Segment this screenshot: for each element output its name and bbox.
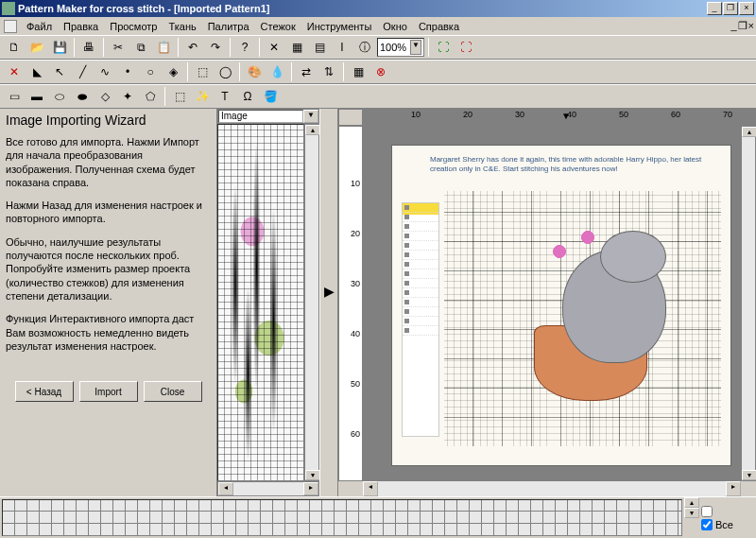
palette-vscroll[interactable]: ▴ ▾ <box>684 497 699 538</box>
image-content <box>218 125 303 480</box>
doc-close-button[interactable]: × <box>748 20 754 32</box>
scroll-up-icon[interactable]: ▴ <box>305 125 320 135</box>
french-knot-icon[interactable]: • <box>117 61 138 82</box>
minimize-button[interactable]: _ <box>707 2 722 15</box>
color-icon[interactable]: 🎨 <box>244 61 265 82</box>
window-buttons: _ ❐ × <box>707 2 754 15</box>
zoom-dropdown-icon[interactable]: ▼ <box>410 40 421 55</box>
scroll-track[interactable] <box>742 137 755 470</box>
grid2-icon[interactable]: ▤ <box>309 37 330 58</box>
all-label: Все <box>715 519 733 530</box>
lasso-icon[interactable]: ◯ <box>215 61 235 82</box>
maximize-button[interactable]: ❐ <box>723 2 738 15</box>
menu-edit[interactable]: Правка <box>58 19 104 34</box>
eyedropper-icon[interactable]: 💧 <box>266 61 287 82</box>
scroll-up-icon[interactable]: ▴ <box>742 127 756 137</box>
scroll-down-icon[interactable]: ▾ <box>684 508 699 518</box>
gridtoggle-icon[interactable]: ▦ <box>348 61 369 82</box>
menu-stitch[interactable]: Стежок <box>255 19 301 34</box>
error-icon[interactable]: ⊗ <box>370 61 391 82</box>
scroll-left-icon[interactable]: ◂ <box>363 481 378 496</box>
select-icon[interactable]: ⬚ <box>192 61 213 82</box>
app-icon <box>2 2 15 15</box>
menu-fabric[interactable]: Ткань <box>163 19 201 34</box>
pattern-vscroll[interactable]: ▴ ▾ <box>741 126 756 481</box>
menu-palette[interactable]: Палитра <box>202 19 255 34</box>
color-palette[interactable] <box>2 499 682 536</box>
menu-tools[interactable]: Инструменты <box>301 19 378 34</box>
scroll-down-icon[interactable]: ▾ <box>305 470 320 480</box>
scroll-right-icon[interactable]: ▸ <box>726 481 741 496</box>
text-icon[interactable]: I <box>332 37 352 58</box>
menu-file[interactable]: Файл <box>21 19 58 34</box>
open-icon[interactable]: 📂 <box>26 37 47 58</box>
mirror-h-icon[interactable]: ⇄ <box>296 61 317 82</box>
document-icon <box>4 20 17 33</box>
wizard-para-1: Все готово для импорта. Нажми Импорт для… <box>6 135 211 189</box>
redo-icon[interactable]: ↷ <box>205 37 226 58</box>
cut-icon[interactable]: ✂ <box>108 37 129 58</box>
new-icon[interactable]: 🗋 <box>4 37 25 58</box>
fullscreen-icon[interactable]: ⛶ <box>455 37 476 58</box>
mirror-v-icon[interactable]: ⇅ <box>318 61 339 82</box>
scroll-track[interactable] <box>305 135 318 470</box>
line-icon[interactable]: ╱ <box>72 61 93 82</box>
close-button[interactable]: × <box>739 2 754 15</box>
halfstitch-icon[interactable]: ◣ <box>26 61 47 82</box>
bead-icon[interactable]: ○ <box>140 61 161 82</box>
pointer-icon[interactable]: ↖ <box>49 61 70 82</box>
image-vscroll[interactable]: ▴ ▾ <box>304 124 319 481</box>
diamond-icon[interactable]: ◇ <box>94 86 115 107</box>
import-button[interactable]: Import <box>79 381 138 402</box>
undo-icon[interactable]: ↶ <box>182 37 203 58</box>
image-label: Image <box>218 110 303 123</box>
save-icon[interactable]: 💾 <box>49 37 70 58</box>
xstitch-icon[interactable]: ✕ <box>4 61 25 82</box>
scroll-track[interactable] <box>378 481 726 496</box>
rect-icon[interactable]: ▭ <box>4 86 25 107</box>
scroll-down-icon[interactable]: ▾ <box>742 470 756 480</box>
doc-minimize-button[interactable]: _ <box>730 20 736 32</box>
pattern-canvas[interactable]: Margaret Sherry has done it again, this … <box>363 126 741 481</box>
marquee-icon[interactable]: ⬚ <box>169 86 190 107</box>
scroll-up-icon[interactable]: ▴ <box>684 497 699 508</box>
cross-icon[interactable]: ✕ <box>264 37 284 58</box>
ellipse-icon[interactable]: ⬭ <box>49 86 70 107</box>
special-icon[interactable]: ◈ <box>163 61 183 82</box>
fillrect-icon[interactable]: ▬ <box>26 86 47 107</box>
image-dropdown-icon[interactable]: ▼ <box>303 110 318 123</box>
title-bar: Pattern Maker for cross stitch - [Import… <box>0 0 756 17</box>
ruler-tick: 70 <box>723 110 732 119</box>
paste-icon[interactable]: 📋 <box>153 37 174 58</box>
backstitch-icon[interactable]: ∿ <box>94 61 115 82</box>
scroll-left-icon[interactable]: ◂ <box>218 482 233 495</box>
fill-icon[interactable]: 🪣 <box>260 86 281 107</box>
copy-icon[interactable]: ⧉ <box>130 37 151 58</box>
info-icon[interactable]: ⓘ <box>354 37 375 58</box>
grid-icon[interactable]: ▦ <box>286 37 307 58</box>
doc-restore-button[interactable]: ❐ <box>738 20 747 32</box>
zoom-combo[interactable]: 100%▼ <box>377 38 424 57</box>
checkbox-all[interactable]: Все <box>701 519 733 530</box>
star-icon[interactable]: ✦ <box>117 86 138 107</box>
image-hscroll[interactable]: ◂ ▸ <box>217 481 319 496</box>
menu-view[interactable]: Просмотр <box>104 19 163 34</box>
polygon-icon[interactable]: ⬠ <box>140 86 161 107</box>
close-wizard-button[interactable]: Close <box>144 381 202 402</box>
back-button[interactable]: < Назад <box>15 381 74 402</box>
checkbox-1[interactable] <box>701 506 713 517</box>
scroll-track[interactable] <box>233 482 303 495</box>
pattern-hscroll[interactable]: ◂ ▸ <box>338 481 756 496</box>
menu-window[interactable]: Окно <box>377 19 413 34</box>
symbol-icon[interactable]: Ω <box>237 86 258 107</box>
wizard-buttons: < Назад Import Close <box>6 381 211 402</box>
menu-help[interactable]: Справка <box>413 19 465 34</box>
scroll-right-icon[interactable]: ▸ <box>303 482 318 495</box>
print-icon[interactable]: 🖶 <box>78 37 99 58</box>
texttool-icon[interactable]: T <box>215 86 235 107</box>
image-selector[interactable]: Image ▼ <box>217 109 319 124</box>
help-icon[interactable]: ? <box>234 37 255 58</box>
fill-ellipse-icon[interactable]: ⬬ <box>72 86 93 107</box>
wand-icon[interactable]: ✨ <box>192 86 213 107</box>
fit-icon[interactable]: ⛶ <box>433 37 454 58</box>
